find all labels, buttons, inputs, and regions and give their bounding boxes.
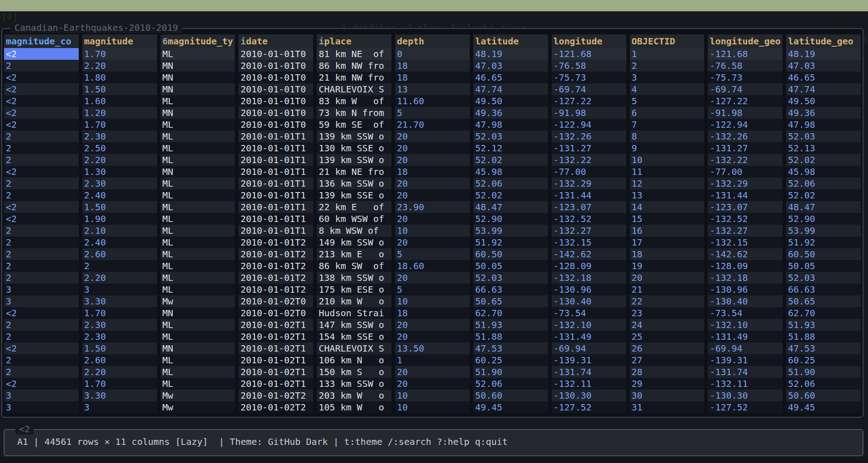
cell-magnitude-row10[interactable]: 2.20 — [82, 154, 157, 166]
cell-latitude-row24[interactable]: 51.93 — [473, 319, 548, 331]
cell-latitude_geo-row28[interactable]: 51.90 — [786, 366, 861, 378]
column-header-magnitude[interactable]: magnitude — [82, 34, 157, 48]
cell-OBJECTID-row2[interactable]: 2 — [630, 60, 705, 72]
cell-magnitude_co-row25[interactable]: 2 — [4, 331, 79, 342]
cell-longitude-row16[interactable]: -132.27 — [552, 225, 626, 236]
cell-latitude-row15[interactable]: 52.90 — [473, 213, 548, 225]
cell-magnitude_co-row7[interactable]: <2 — [4, 119, 79, 130]
cell-OBJECTID-row4[interactable]: 4 — [630, 83, 705, 95]
cell-latitude-row26[interactable]: 47.53 — [473, 342, 548, 354]
cell-latitude_geo-row24[interactable]: 51.93 — [786, 319, 861, 331]
cell-latitude-row4[interactable]: 47.74 — [473, 83, 548, 95]
cell-depth-row11[interactable]: 18 — [395, 166, 470, 178]
cell-magnitude_co-row13[interactable]: 2 — [4, 189, 79, 201]
cell-magnitude_ty-row14[interactable]: ML — [161, 201, 235, 213]
cell-latitude-row12[interactable]: 52.06 — [473, 178, 548, 189]
cell-longitude_geo-row16[interactable]: -132.27 — [708, 225, 782, 236]
cell-latitude-row20[interactable]: 52.03 — [473, 272, 548, 284]
cell-OBJECTID-row10[interactable]: 10 — [630, 154, 705, 166]
cell-OBJECTID-row23[interactable]: 23 — [630, 307, 705, 319]
cell-depth-row14[interactable]: 23.90 — [395, 201, 470, 213]
cell-depth-row19[interactable]: 18.60 — [395, 260, 470, 272]
cell-longitude_geo-row25[interactable]: -131.49 — [708, 331, 782, 342]
column-header-latitude[interactable]: latitude — [473, 34, 548, 48]
cell-OBJECTID-row13[interactable]: 13 — [630, 189, 705, 201]
cell-OBJECTID-row30[interactable]: 30 — [630, 390, 705, 401]
cell-OBJECTID-row12[interactable]: 12 — [630, 178, 705, 189]
cell-magnitude_ty-row5[interactable]: ML — [161, 95, 235, 107]
cell-depth-row5[interactable]: 11.60 — [395, 95, 470, 107]
cell-magnitude_ty-row17[interactable]: ML — [161, 236, 235, 248]
cell-place-row27[interactable]: 106 km N o — [317, 354, 391, 366]
cell-date-row2[interactable]: 2010-01-01T0 — [238, 60, 313, 72]
cell-longitude_geo-row8[interactable]: -132.26 — [708, 130, 782, 142]
cell-place-row30[interactable]: 203 km W o — [317, 390, 391, 401]
cell-longitude-row8[interactable]: -132.26 — [552, 130, 626, 142]
cell-magnitude_ty-row19[interactable]: ML — [161, 260, 235, 272]
cell-magnitude-row23[interactable]: 1.70 — [82, 307, 157, 319]
cell-magnitude_co-row18[interactable]: 2 — [4, 248, 79, 260]
cell-magnitude_ty-row20[interactable]: ML — [161, 272, 235, 284]
cell-latitude-row27[interactable]: 60.25 — [473, 354, 548, 366]
cell-magnitude_ty-row2[interactable]: MN — [161, 60, 235, 72]
cell-magnitude_ty-row28[interactable]: ML — [161, 366, 235, 378]
cell-latitude-row6[interactable]: 49.36 — [473, 107, 548, 119]
cell-longitude-row4[interactable]: -69.74 — [552, 83, 626, 95]
cell-depth-row1[interactable]: 0 — [395, 48, 470, 60]
cell-longitude_geo-row18[interactable]: -142.62 — [708, 248, 782, 260]
cell-place-row31[interactable]: 105 km W o — [317, 401, 391, 413]
cell-longitude-row6[interactable]: -91.98 — [552, 107, 626, 119]
cell-longitude-row15[interactable]: -132.52 — [552, 213, 626, 225]
cell-magnitude_ty-row25[interactable]: ML — [161, 331, 235, 342]
cell-place-row23[interactable]: Hudson Strai — [317, 307, 391, 319]
cell-place-row26[interactable]: CHARLEVOIX S — [317, 342, 391, 354]
cell-longitude-row29[interactable]: -132.11 — [552, 378, 626, 390]
cell-magnitude_co-row29[interactable]: <2 — [4, 378, 79, 390]
cell-place-row8[interactable]: 139 km SSW o — [317, 130, 391, 142]
cell-longitude_geo-row19[interactable]: -128.09 — [708, 260, 782, 272]
cell-magnitude_co-row8[interactable]: 2 — [4, 130, 79, 142]
cell-latitude_geo-row2[interactable]: 47.03 — [786, 60, 861, 72]
cell-longitude-row3[interactable]: -75.73 — [552, 72, 626, 83]
cell-place-row2[interactable]: 86 km NW fro — [317, 60, 391, 72]
cell-magnitude_co-row14[interactable]: <2 — [4, 201, 79, 213]
column-header-date[interactable]: idate — [238, 34, 313, 48]
cell-magnitude_co-row3[interactable]: <2 — [4, 72, 79, 83]
cell-magnitude-row7[interactable]: 1.70 — [82, 119, 157, 130]
cell-magnitude_ty-row23[interactable]: MN — [161, 307, 235, 319]
cell-magnitude_ty-row22[interactable]: Mw — [161, 295, 235, 307]
cell-place-row22[interactable]: 210 km W o — [317, 295, 391, 307]
cell-longitude-row21[interactable]: -130.96 — [552, 284, 626, 295]
cell-magnitude_co-row26[interactable]: <2 — [4, 342, 79, 354]
cell-place-row16[interactable]: 8 km WSW of — [317, 225, 391, 236]
cell-longitude_geo-row11[interactable]: -77.00 — [708, 166, 782, 178]
cell-place-row12[interactable]: 136 km SSW o — [317, 178, 391, 189]
cell-latitude-row16[interactable]: 53.99 — [473, 225, 548, 236]
cell-OBJECTID-row7[interactable]: 7 — [630, 119, 705, 130]
cell-longitude_geo-row27[interactable]: -139.31 — [708, 354, 782, 366]
cell-magnitude-row19[interactable]: 2 — [82, 260, 157, 272]
cell-longitude_geo-row29[interactable]: -132.11 — [708, 378, 782, 390]
cell-latitude_geo-row31[interactable]: 49.45 — [786, 401, 861, 413]
cell-latitude-row10[interactable]: 52.02 — [473, 154, 548, 166]
cell-magnitude-row20[interactable]: 2.20 — [82, 272, 157, 284]
cell-depth-row2[interactable]: 18 — [395, 60, 470, 72]
cell-latitude-row9[interactable]: 52.12 — [473, 142, 548, 154]
column-header-place[interactable]: iplace — [317, 34, 391, 48]
cell-longitude-row2[interactable]: -76.58 — [552, 60, 626, 72]
cell-magnitude_co-row30[interactable]: 3 — [4, 390, 79, 401]
cell-magnitude_co-row4[interactable]: <2 — [4, 83, 79, 95]
cell-place-row11[interactable]: 21 km NE fro — [317, 166, 391, 178]
cell-date-row21[interactable]: 2010-01-01T2 — [238, 284, 313, 295]
cell-magnitude_ty-row15[interactable]: ML — [161, 213, 235, 225]
cell-magnitude_ty-row13[interactable]: ML — [161, 189, 235, 201]
cell-longitude_geo-row22[interactable]: -130.40 — [708, 295, 782, 307]
cell-depth-row3[interactable]: 18 — [395, 72, 470, 83]
cell-magnitude_ty-row16[interactable]: ML — [161, 225, 235, 236]
cell-latitude-row17[interactable]: 51.92 — [473, 236, 548, 248]
cell-longitude-row27[interactable]: -139.31 — [552, 354, 626, 366]
cell-place-row6[interactable]: 73 km N from — [317, 107, 391, 119]
cell-longitude-row22[interactable]: -130.40 — [552, 295, 626, 307]
cell-longitude_geo-row26[interactable]: -69.94 — [708, 342, 782, 354]
cell-date-row20[interactable]: 2010-01-01T2 — [238, 272, 313, 284]
